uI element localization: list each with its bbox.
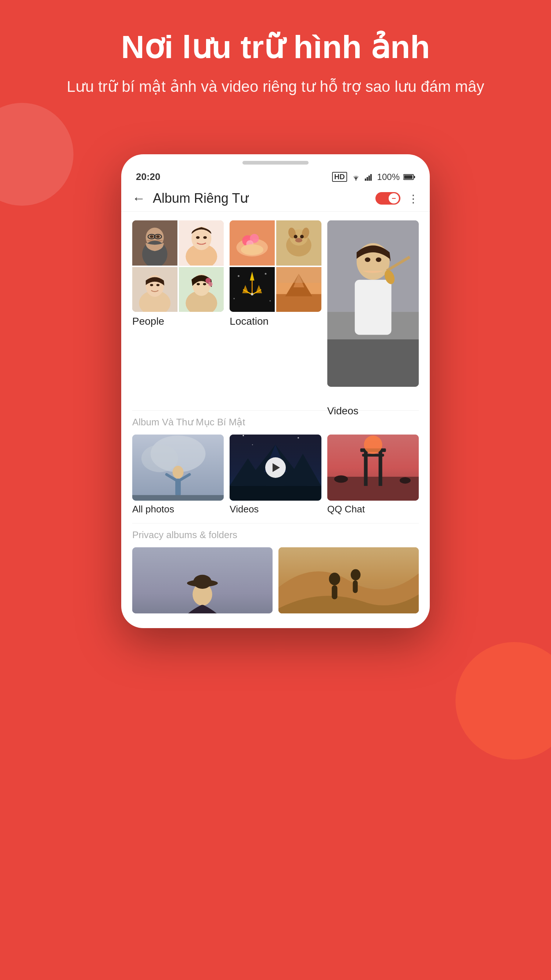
privacy-toggle[interactable]: −: [376, 192, 400, 205]
private-videos-thumb: [229, 434, 321, 501]
status-time: 20:20: [136, 171, 161, 183]
people-label: People: [132, 315, 224, 327]
svg-point-18: [196, 236, 199, 239]
all-photos-label: All photos: [132, 504, 224, 515]
phone-pill: [242, 161, 309, 165]
svg-point-45: [295, 238, 303, 242]
svg-rect-2: [366, 177, 368, 181]
svg-point-19: [203, 236, 207, 239]
status-bar: 20:20 HD 100%: [121, 168, 430, 186]
wifi-icon: [351, 173, 361, 181]
svg-point-67: [376, 258, 381, 262]
more-options-button[interactable]: ⋮: [408, 192, 419, 205]
svg-point-29: [203, 283, 206, 285]
svg-point-106: [329, 573, 341, 585]
bg-decoration-right: [455, 642, 551, 760]
svg-point-74: [142, 445, 178, 473]
private-videos-album[interactable]: Videos: [229, 434, 321, 515]
svg-point-44: [300, 235, 304, 239]
svg-rect-62: [276, 267, 322, 283]
svg-point-66: [365, 258, 370, 262]
svg-point-99: [400, 477, 411, 484]
videos-thumb: [327, 220, 419, 401]
svg-rect-59: [276, 294, 322, 312]
svg-point-97: [364, 436, 382, 454]
play-triangle-icon: [272, 463, 280, 472]
svg-point-37: [241, 244, 263, 255]
svg-point-54: [238, 275, 239, 277]
back-button[interactable]: ←: [132, 191, 145, 206]
privacy-section-label: Privacy albums & folders: [132, 529, 419, 541]
private-section-label: Album Và Thư Mục Bí Mật: [132, 417, 419, 428]
svg-rect-96: [362, 454, 384, 457]
header-section: Nơi lưu trữ hình ảnh Lưu trữ bí mật ảnh …: [0, 29, 551, 98]
svg-point-12: [150, 235, 154, 238]
people-album[interactable]: People: [132, 220, 224, 402]
svg-point-57: [270, 300, 271, 302]
videos-label: Videos: [327, 405, 419, 417]
svg-rect-1: [365, 178, 366, 181]
privacy-album-2[interactable]: [279, 547, 419, 613]
private-videos-label: Videos: [229, 504, 321, 515]
svg-point-103: [193, 575, 212, 589]
svg-rect-4: [370, 174, 372, 181]
privacy-album-1[interactable]: [132, 547, 272, 613]
svg-rect-7: [414, 176, 415, 178]
main-title: Nơi lưu trữ hình ảnh: [22, 29, 529, 65]
section-divider-2: [132, 523, 419, 523]
people-thumb-grid: [132, 220, 224, 312]
svg-rect-109: [353, 581, 357, 593]
all-photos-thumb: [132, 434, 224, 501]
toggle-minus-icon: −: [392, 195, 396, 202]
content-area: People: [121, 212, 430, 613]
phone-top-bar: [121, 154, 430, 168]
svg-point-83: [298, 437, 299, 439]
svg-rect-90: [229, 486, 321, 501]
location-thumb-grid: [229, 220, 321, 312]
svg-rect-71: [327, 339, 419, 387]
status-icons: HD 100%: [332, 172, 415, 182]
svg-rect-6: [404, 175, 412, 179]
svg-point-13: [156, 235, 160, 238]
location-album[interactable]: Location: [229, 220, 321, 402]
svg-point-75: [173, 466, 184, 479]
private-albums-row: All photos: [132, 434, 419, 515]
videos-album[interactable]: Videos: [327, 220, 419, 402]
qq-chat-album[interactable]: QQ Chat: [327, 434, 419, 515]
svg-point-108: [351, 570, 361, 581]
navbar-title: Album Riêng Tư: [153, 191, 376, 206]
svg-point-23: [150, 284, 153, 286]
all-photos-album[interactable]: All photos: [132, 434, 224, 515]
svg-point-28: [196, 283, 200, 285]
smart-albums-grid: People: [132, 220, 419, 402]
app-navbar: ← Album Riêng Tư − ⋮: [121, 186, 430, 212]
signal-icon: [365, 173, 374, 181]
svg-point-0: [355, 179, 356, 180]
svg-point-56: [234, 298, 235, 299]
privacy-albums-row: [132, 547, 419, 613]
svg-point-98: [334, 476, 347, 483]
main-subtitle: Lưu trữ bí mật ảnh và video riêng tư hỗ …: [22, 76, 529, 98]
toggle-knob: −: [389, 193, 399, 204]
battery-icon: [403, 174, 415, 180]
svg-rect-79: [132, 495, 224, 501]
svg-point-31: [208, 282, 212, 286]
video-play-button[interactable]: [265, 457, 286, 478]
battery-text: 100%: [377, 172, 400, 182]
svg-rect-68: [355, 280, 391, 335]
svg-point-55: [265, 273, 267, 275]
svg-point-43: [294, 235, 298, 239]
svg-rect-3: [368, 176, 370, 181]
svg-point-81: [243, 435, 244, 436]
svg-point-85: [252, 444, 253, 445]
location-label: Location: [229, 315, 321, 327]
qq-chat-label: QQ Chat: [327, 504, 419, 515]
hd-badge: HD: [332, 172, 347, 182]
svg-point-24: [156, 284, 160, 286]
svg-rect-107: [332, 585, 337, 600]
qq-chat-thumb: [327, 434, 419, 501]
phone-mockup: 20:20 HD 100% ← Alb: [121, 154, 430, 628]
bg-decoration-left: [0, 103, 73, 206]
